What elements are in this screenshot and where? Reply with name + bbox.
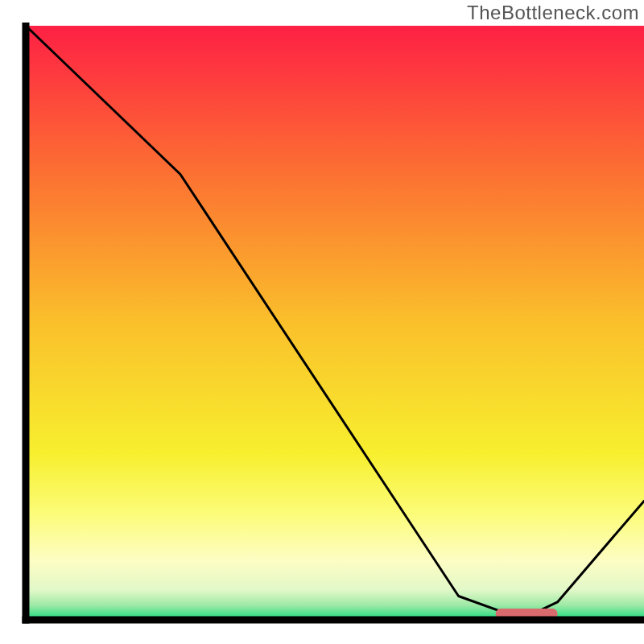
watermark-text: TheBottleneck.com [467,2,639,24]
bottleneck-chart [0,0,644,644]
chart-frame: TheBottleneck.com [0,0,644,644]
